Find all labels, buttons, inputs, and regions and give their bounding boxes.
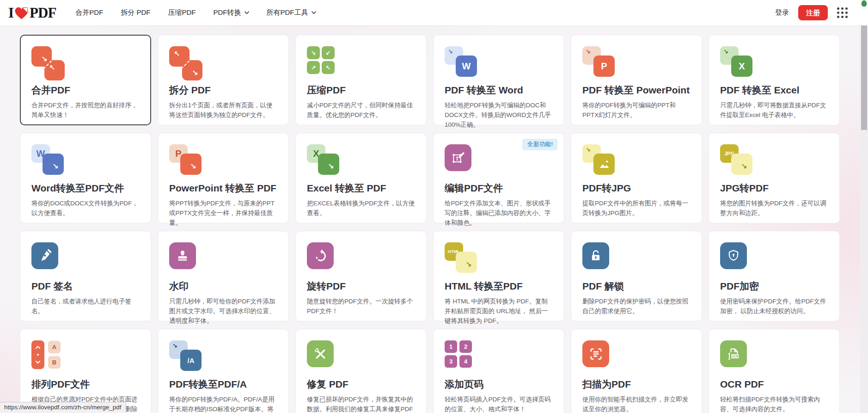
nav-item-split-pdf[interactable]: 拆分 PDF (121, 8, 150, 17)
tool-card-powerpoint-to-pdf[interactable]: P↘ PowerPoint 转换至 PDF 将PPT转换为PDF文件，与原来的P… (158, 133, 289, 223)
tool-card-ocr-pdf[interactable]: OCR OCR PDF 轻松将扫描PDF文件转换为可搜索內容、可选择內容的文件。 (709, 329, 840, 413)
tools-grid: ↘↖ 合并PDF 合并PDF文件，并按照您的喜好排序，简单又快速！ ↖↘ 拆分 … (20, 35, 868, 413)
pdf-to-powerpoint-icon: ↘P (582, 46, 691, 82)
tool-desc: 减小PDF文件的尺寸，但同时保持最佳质量。优化您的PDF文件。 (307, 101, 415, 120)
tool-card-pdf-to-pdfa[interactable]: ↘/A PDF转换至PDF/A 将你的PDF转换为PDF/A。PDF/A是用于长… (158, 329, 289, 413)
tool-title: PDF 解锁 (582, 280, 691, 292)
scan-to-pdf-icon (582, 340, 691, 376)
tool-card-merge-pdf[interactable]: ↘↖ 合并PDF 合并PDF文件，并按照您的喜好排序，简单又快速！ (20, 35, 151, 125)
tool-card-page-numbers[interactable]: 1234 添加页码 轻松将页码插入PDF文件。可选择页码的位置、大小、格式和字体… (433, 329, 564, 413)
tool-title: 编辑PDF文件 (445, 182, 553, 194)
status-bar-url: https://www.ilovepdf.com/zh-cn/merge_pdf (0, 402, 126, 413)
tool-title: 水印 (169, 280, 277, 292)
tool-title: PDF转JPG (582, 182, 691, 194)
tool-title: 添加页码 (445, 378, 553, 390)
scrollbar-thumb[interactable] (861, 25, 867, 130)
apps-grid-menu-icon[interactable] (837, 7, 848, 18)
html-to-pdf-icon: HTML↘ (445, 242, 553, 278)
powerpoint-to-pdf-icon: P↘ (169, 144, 277, 180)
tool-title: PDF 转换至 Excel (720, 84, 828, 96)
split-pdf-icon: ↖↘ (169, 46, 277, 82)
top-navigation-bar: I PDF 合并PDF拆分 PDF压缩PDFPDF转换所有PDF工具 登录 注册 (0, 0, 868, 25)
new-feature-badge: 全新功能! (522, 139, 557, 150)
tool-card-edit-pdf[interactable]: 全新功能! 编辑PDF文件 给PDF文件添加文本、图片、形状或手写的注释。编辑已… (433, 133, 564, 223)
tool-desc: 将你的DOC或DOCX文件转换为PDF，以方便查看。 (31, 199, 140, 218)
tool-title: 拆分 PDF (169, 84, 277, 96)
tool-card-pdf-to-powerpoint[interactable]: ↘P PDF 转换至 PowerPoint 将你的PDF转换为可编辑的PPT和P… (571, 35, 702, 125)
tool-desc: 修复已损坏的PDF文件，并恢复其中的数据。利用我们的修复工具来修复PDF文件。 (307, 395, 415, 413)
tool-desc: 合并PDF文件，并按照您的喜好排序，简单又快速！ (31, 101, 140, 120)
logo-text-suffix: PDF (30, 6, 56, 20)
tool-desc: 将 HTML 中的网页转换为 PDF。复制并粘贴所需页面的 URL地址， 然后一… (445, 297, 553, 326)
tool-desc: 拆分出1个页面，或者所有页面，以便将这些页面转换为独立的PDF文件。 (169, 101, 277, 120)
merge-pdf-icon: ↘↖ (31, 46, 140, 82)
tool-title: 旋转PDF (307, 280, 415, 292)
header-right: 登录 注册 (775, 5, 854, 20)
pdf-to-word-icon: ↘W (445, 46, 553, 82)
tool-desc: 使用你的智能手机扫描文件，并立即发送至你的浏览器。 (582, 395, 691, 413)
tool-card-jpg-to-pdf[interactable]: JPG↘ JPG转PDF 将您的图片转换为PDF文件，还可以调整方向和边距。 (709, 133, 840, 223)
svg-text:OCR: OCR (731, 354, 738, 358)
tool-desc: 使用密码来保护PDF文件。给PDF文件加密， 以防止未经授权的访问。 (720, 297, 828, 316)
tool-card-html-to-pdf[interactable]: HTML↘ HTML 转换至PDF 将 HTML 中的网页转换为 PDF。复制并… (433, 231, 564, 321)
tool-card-excel-to-pdf[interactable]: X↘ Excel 转换至 PDF 把EXCEL表格转换为PDF文件，以方便查看。 (295, 133, 427, 223)
tool-card-unlock-pdf[interactable]: PDF 解锁 删除PDF文件的保护密码，以便您按照自己的需求使用它。 (571, 231, 702, 321)
tool-card-word-to-pdf[interactable]: W↘ Word转换至PDF文件 将你的DOC或DOCX文件转换为PDF，以方便查… (20, 133, 151, 223)
tool-title: PDF加密 (720, 280, 828, 292)
tool-title: HTML 转换至PDF (445, 280, 553, 292)
jpg-to-pdf-icon: JPG↘ (720, 144, 828, 180)
nav-item-all-pdf-tools[interactable]: 所有PDF工具 (267, 8, 316, 17)
tool-card-sign-pdf[interactable]: PDF 签名 自己签名，或者请求他人进行电子签名。 (20, 231, 151, 321)
login-link[interactable]: 登录 (775, 8, 789, 17)
tool-card-watermark[interactable]: 水印 只需几秒钟，即可给你的PDF文件添加图片或文字水印。可选择水印的位置、透明… (158, 231, 289, 321)
ocr-pdf-icon: OCR (720, 340, 828, 376)
tool-card-pdf-to-excel[interactable]: ↘X PDF 转换至 Excel 只需几秒钟，即可将数据直接从PDF文件提取至E… (709, 35, 840, 125)
register-button[interactable]: 注册 (798, 5, 828, 20)
tool-card-split-pdf[interactable]: ↖↘ 拆分 PDF 拆分出1个页面，或者所有页面，以便将这些页面转换为独立的PD… (158, 35, 289, 125)
sign-pdf-icon (31, 242, 140, 278)
tool-title: PDF 转换至 Word (445, 84, 553, 96)
tool-card-pdf-to-word[interactable]: ↘W PDF 转换至 Word 轻松地把PDF转换为可编辑的DOC和DOCX文件… (433, 35, 564, 125)
tool-title: 压缩PDF (307, 84, 415, 96)
chevron-down-icon (312, 11, 316, 14)
tool-title: 修复 PDF (307, 378, 415, 390)
tool-desc: 提取PDF文件中的所有图片，或将每一页转换为JPG图片。 (582, 199, 691, 218)
nav-item-convert-pdf[interactable]: PDF转换 (214, 8, 249, 17)
tool-title: Excel 转换至 PDF (307, 182, 415, 194)
nav-item-compress-pdf[interactable]: 压缩PDF (168, 8, 196, 17)
nav-item-merge-pdf[interactable]: 合并PDF (75, 8, 103, 17)
rotate-pdf-icon (307, 242, 415, 278)
tool-card-protect-pdf[interactable]: PDF加密 使用密码来保护PDF文件。给PDF文件加密， 以防止未经授权的访问。 (709, 231, 840, 321)
tool-card-compress-pdf[interactable]: ↘↙↗↖ 压缩PDF 减小PDF文件的尺寸，但同时保持最佳质量。优化您的PDF文… (295, 35, 427, 125)
organize-pdf-icon: AB (31, 340, 140, 376)
tool-desc: 将PPT转换为PDF文件，与原来的PPT或PPTX文件完全一样，并保持最佳质量。 (169, 199, 277, 228)
repair-pdf-icon (307, 340, 415, 376)
pdf-to-excel-icon: ↘X (720, 46, 828, 82)
compress-pdf-icon: ↘↙↗↖ (307, 46, 415, 82)
tool-desc: 随意旋转您的PDF文件。一次旋转多个PDF文件！ (307, 297, 415, 316)
tool-title: PDF转换至PDF/A (169, 378, 277, 390)
tool-title: 扫描为PDF (582, 378, 691, 390)
tool-card-scan-to-pdf[interactable]: 扫描为PDF 使用你的智能手机扫描文件，并立即发送至你的浏览器。 (571, 329, 702, 413)
tool-title: PDF 签名 (31, 280, 140, 292)
tool-title: OCR PDF (720, 378, 828, 390)
tool-card-organize-pdf[interactable]: AB 排列PDF文件 根据自己的意愿对PDF文件中的页面进行排序。你可以随时在你… (20, 329, 151, 413)
scrollbar[interactable] (860, 25, 868, 413)
tool-card-repair-pdf[interactable]: 修复 PDF 修复已损坏的PDF文件，并恢复其中的数据。利用我们的修复工具来修复… (295, 329, 427, 413)
pdf-to-jpg-icon: ↘ (582, 144, 691, 180)
heart-icon (14, 6, 29, 20)
tool-desc: 轻松将页码插入PDF文件。可选择页码的位置、大小、格式和字体！ (445, 395, 553, 413)
tool-card-pdf-to-jpg[interactable]: ↘ PDF转JPG 提取PDF文件中的所有图片，或将每一页转换为JPG图片。 (571, 133, 702, 223)
tool-card-rotate-pdf[interactable]: 旋转PDF 随意旋转您的PDF文件。一次旋转多个PDF文件！ (295, 231, 427, 321)
chevron-down-icon (245, 11, 249, 14)
main-nav: 合并PDF拆分 PDF压缩PDFPDF转换所有PDF工具 (75, 8, 316, 17)
scrollbar-marker-icon (862, 0, 867, 6)
app-logo[interactable]: I PDF (8, 6, 56, 20)
tool-title: 合并PDF (31, 84, 140, 96)
tool-desc: 只需几秒钟，即可给你的PDF文件添加图片或文字水印。可选择水印的位置、透明度和字… (169, 297, 277, 326)
tool-title: JPG转PDF (720, 182, 828, 194)
tool-desc: 把EXCEL表格转换为PDF文件，以方便查看。 (307, 199, 415, 218)
protect-pdf-icon (720, 242, 828, 278)
tool-desc: 只需几秒钟，即可将数据直接从PDF文件提取至Excel 电子表格中。 (720, 101, 828, 120)
pdf-to-pdfa-icon: ↘/A (169, 340, 277, 376)
